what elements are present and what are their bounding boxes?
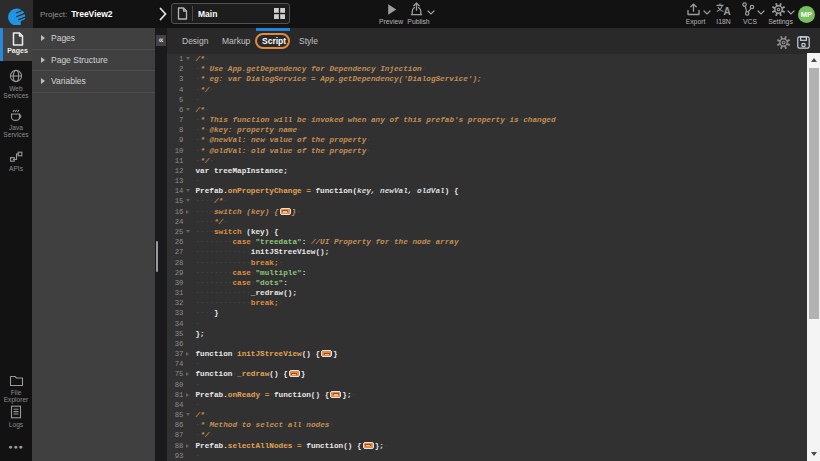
- svg-text:A: A: [724, 6, 731, 16]
